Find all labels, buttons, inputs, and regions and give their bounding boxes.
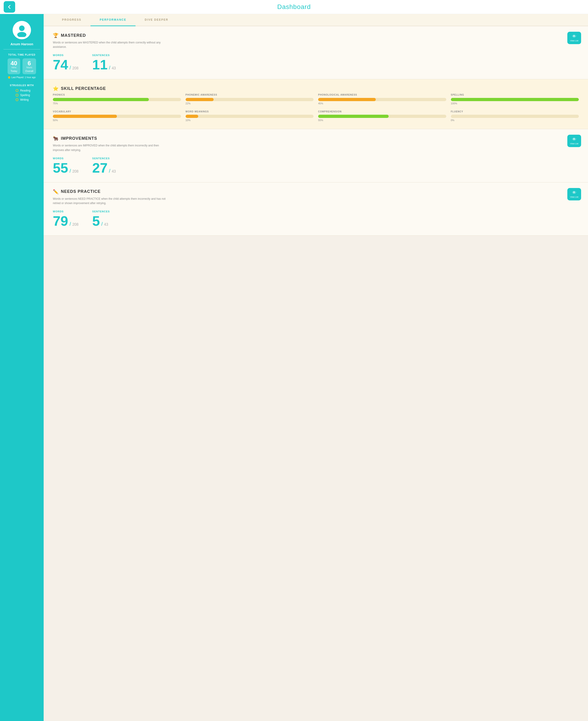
sidebar-divider <box>3 49 40 49</box>
tabs: PROGRESS PERFORMANCE DIVE DEEPER <box>44 14 588 26</box>
skill-title: SKILL PERCENTAGE <box>61 86 106 91</box>
mastered-words-label: WORDS <box>53 54 79 57</box>
improvements-section: 🐂 IMPROVEMENTS Words or sentences are IM… <box>44 129 588 182</box>
user-name: Anum Haroon <box>10 42 33 46</box>
needs-practice-sentences-label: SENTENCES <box>92 210 110 213</box>
mastered-words-total: 208 <box>72 66 79 70</box>
skill-item-phonological-awareness: PHONOLOGICAL AWARENESS 45% <box>318 94 446 105</box>
improvements-words-value-row: 55 / 208 <box>53 161 79 175</box>
improvements-words: WORDS 55 / 208 <box>53 157 79 175</box>
mastered-section: 🏆 MASTERED Words or sentences are MASTER… <box>44 26 588 79</box>
struggle-dot-reading <box>16 89 18 92</box>
needs-practice-sentences-value: 5 <box>92 214 100 228</box>
skill-name: WORD MEANINGS <box>186 110 314 113</box>
time-boxes: 40 mins Today 6 hours Overall <box>7 58 36 74</box>
skill-pct: 55% <box>318 119 446 122</box>
struggle-spelling: Spelling <box>13 94 30 97</box>
skill-bar-fill <box>451 98 579 101</box>
skill-bar-bg <box>186 115 314 118</box>
skill-name: FLUENCY <box>451 110 579 113</box>
skill-item-vocabulary: VOCABULARY 50% <box>53 110 181 122</box>
mastered-sentences-total: 43 <box>112 66 116 70</box>
needs-practice-header: ✏️ NEEDS PRACTICE <box>53 189 579 195</box>
struggle-reading: Reading <box>13 89 30 92</box>
skill-bar-fill <box>53 115 117 118</box>
needs-practice-words-total: 208 <box>72 222 79 227</box>
skill-bar-bg <box>53 115 181 118</box>
improvements-sentences-label: SENTENCES <box>92 157 116 160</box>
mastered-sentences-label: SENTENCES <box>92 54 116 57</box>
svg-point-0 <box>19 25 25 31</box>
needs-practice-sentences-value-row: 5 / 43 <box>92 214 110 228</box>
skill-bar-fill <box>186 115 198 118</box>
needs-practice-sentences: SENTENCES 5 / 43 <box>92 210 110 228</box>
mastered-sentences: SENTENCES 11 / 43 <box>92 54 116 72</box>
skill-bar-fill <box>186 98 214 101</box>
improvements-header: 🐂 IMPROVEMENTS <box>53 136 579 141</box>
skill-item-comprehension: COMPREHENSION 55% <box>318 110 446 122</box>
struggles-label: STRUGGLES WITH <box>10 84 34 87</box>
skill-pct: 50% <box>53 119 181 122</box>
last-played: Last Played: 1 hour ago <box>8 76 36 79</box>
needs-practice-words-value-row: 79 / 208 <box>53 214 79 228</box>
mastered-view-list-button[interactable]: 👁 View List <box>567 32 581 44</box>
overall-unit: hours <box>25 66 33 69</box>
needs-practice-icon: ✏️ <box>53 189 59 195</box>
improvements-sentences-total: 43 <box>112 169 116 174</box>
needs-practice-view-list-button[interactable]: 👁 View List <box>567 188 581 200</box>
skill-bar-bg <box>451 115 579 118</box>
skill-item-phonics: PHONICS 75% <box>53 94 181 105</box>
skill-item-fluency: FLUENCY 0% <box>451 110 579 122</box>
header: Dashboard <box>0 0 588 14</box>
mastered-title: MASTERED <box>61 33 86 38</box>
skill-name: PHONOLOGICAL AWARENESS <box>318 94 446 96</box>
sidebar: Anum Haroon TOTAL TIME PLAYED 40 mins To… <box>0 14 44 721</box>
skill-bar-bg <box>53 98 181 101</box>
skill-percentage-section: ⭐ SKILL PERCENTAGE PHONICS 75% PHONEMIC … <box>44 79 588 129</box>
tab-dive-deeper[interactable]: DIVE DEEPER <box>135 14 177 26</box>
time-box-overall: 6 hours Overall <box>22 58 36 74</box>
skill-bar-bg <box>451 98 579 101</box>
eye-icon-needs-practice: 👁 <box>572 190 576 195</box>
mastered-words-value: 74 <box>53 58 68 72</box>
mastered-words: WORDS 74 / 208 <box>53 54 79 72</box>
last-played-dot <box>8 76 10 79</box>
back-button[interactable] <box>4 1 15 13</box>
eye-icon: 👁 <box>572 34 576 39</box>
skill-bar-bg <box>318 98 446 101</box>
improvements-words-total: 208 <box>72 169 79 174</box>
skill-item-word-meanings: WORD MEANINGS 10% <box>186 110 314 122</box>
skill-name: PHONEMIC AWARENESS <box>186 94 314 96</box>
skill-name: PHONICS <box>53 94 181 96</box>
page-title: Dashboard <box>277 3 311 11</box>
improvements-icon: 🐂 <box>53 136 59 141</box>
mastered-icon: 🏆 <box>53 33 59 38</box>
avatar <box>13 21 31 39</box>
total-time-label: TOTAL TIME PLAYED <box>8 54 35 56</box>
skill-grid: PHONICS 75% PHONEMIC AWARENESS 22% PHONO… <box>53 94 579 122</box>
improvements-title: IMPROVEMENTS <box>61 136 97 141</box>
needs-practice-words-label: WORDS <box>53 210 79 213</box>
mastered-header: 🏆 MASTERED <box>53 33 579 38</box>
tab-performance[interactable]: PERFORMANCE <box>90 14 135 26</box>
improvements-words-label: WORDS <box>53 157 79 160</box>
main-layout: Anum Haroon TOTAL TIME PLAYED 40 mins To… <box>0 14 588 721</box>
skill-pct: 45% <box>318 102 446 105</box>
mastered-sentences-value-row: 11 / 43 <box>92 58 116 72</box>
overall-value: 6 <box>25 60 33 66</box>
skill-name: COMPREHENSION <box>318 110 446 113</box>
today-period: Today <box>10 69 18 73</box>
needs-practice-title: NEEDS PRACTICE <box>61 189 101 194</box>
improvements-sentences-value: 27 <box>92 161 108 175</box>
eye-icon-improvements: 👁 <box>572 137 576 142</box>
skill-pct: 75% <box>53 102 181 105</box>
content: PROGRESS PERFORMANCE DIVE DEEPER 🏆 MASTE… <box>44 14 588 721</box>
struggle-dot-spelling <box>16 94 18 97</box>
improvements-stats: WORDS 55 / 208 SENTENCES 27 / 43 <box>53 157 579 175</box>
needs-practice-words: WORDS 79 / 208 <box>53 210 79 228</box>
needs-practice-sentences-total: 43 <box>104 222 108 227</box>
tab-progress[interactable]: PROGRESS <box>53 14 90 26</box>
needs-practice-words-value: 79 <box>53 214 68 228</box>
improvements-view-list-button[interactable]: 👁 View List <box>567 135 581 147</box>
skill-bar-fill <box>318 115 388 118</box>
